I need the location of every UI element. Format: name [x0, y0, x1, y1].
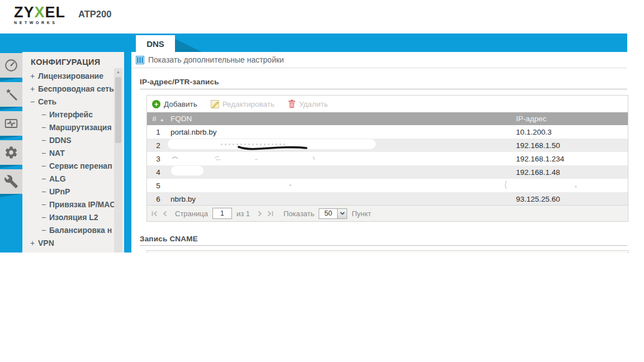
column-header-ip[interactable]: IP-адрес — [516, 115, 628, 123]
sidebar-scrollbar[interactable]: ▲ — [114, 68, 122, 253]
page-size-select[interactable]: 50 — [319, 208, 347, 219]
monitoring-icon[interactable] — [0, 111, 22, 136]
zyxel-logo: ZYXEL NETWORKS — [14, 5, 65, 25]
ptr-table-header: # FQDN IP-адрес — [147, 112, 628, 125]
delete-button[interactable]: Удалить — [288, 99, 328, 108]
prev-page-icon[interactable] — [162, 211, 168, 217]
edit-button[interactable]: Редактировать — [211, 100, 274, 108]
table-row[interactable]: 1 portal.nbrb.by 10.1.200.3 — [147, 125, 628, 139]
cname-section-underline — [140, 245, 627, 246]
table-row[interactable]: 4 192.168.1.48 — [147, 165, 628, 179]
top-nav-band — [0, 34, 627, 52]
ptr-toolbar: + Добавить Редактировать Удалить — [147, 96, 628, 112]
device-model-label: ATP200 — [78, 9, 111, 20]
table-row[interactable]: 2 192.168.1.50 — [147, 139, 628, 152]
table-row[interactable]: 3 192.168.1.234 — [147, 152, 628, 165]
configuration-gear-icon[interactable] — [0, 140, 22, 165]
table-row[interactable]: 6 nbrb.by 93.125.25.60 — [147, 192, 628, 206]
ptr-section-title: IP-адрес/PTR-запись — [140, 78, 219, 86]
edit-pencil-icon — [211, 100, 219, 108]
cname-table-panel — [146, 250, 628, 253]
brand-networks-label: NETWORKS — [14, 21, 65, 25]
sidebar-item-licensing[interactable]: +Лицензирование — [30, 70, 115, 83]
sidebar-right-strip — [124, 52, 131, 253]
pagination-bar: Страница из 1 Показать 50 Пункт — [147, 205, 628, 221]
add-plus-icon: + — [152, 100, 160, 108]
page-number-input[interactable] — [212, 208, 232, 219]
show-advanced-settings-label: Показать дополнительные настройки — [148, 55, 284, 64]
sidebar-item-alg[interactable]: −ALG — [41, 173, 115, 185]
chevron-down-icon — [338, 208, 347, 219]
sidebar-item-ip-mac-binding[interactable]: −Привязка IP/MAC — [41, 198, 115, 211]
dashboard-gauge-icon[interactable] — [0, 53, 22, 78]
page-size-value: 50 — [319, 208, 338, 219]
sidebar-item-upnp[interactable]: −UPnP — [41, 185, 115, 198]
show-advanced-settings-link[interactable]: Показать дополнительные настройки — [136, 55, 284, 64]
sidebar-item-routing[interactable]: −Маршрутизация — [41, 121, 115, 134]
sidebar-item-nat[interactable]: −NAT — [41, 147, 115, 160]
maintenance-tools-icon[interactable] — [0, 169, 22, 194]
last-page-icon[interactable] — [267, 211, 273, 217]
sidebar-item-l2-isolation[interactable]: −Изоляция L2 — [41, 211, 115, 224]
table-columns-icon — [136, 56, 144, 64]
table-row[interactable]: 5 — [147, 179, 628, 192]
scroll-up-icon[interactable]: ▲ — [114, 68, 122, 76]
trash-icon — [288, 99, 296, 108]
tab-dns[interactable]: DNS — [136, 35, 175, 52]
first-page-icon[interactable] — [151, 211, 158, 217]
configuration-sidebar: КОНФИГУРАЦИЯ +Лицензирование +Беспроводн… — [22, 52, 124, 253]
scrollbar-thumb[interactable] — [115, 77, 121, 143]
add-button[interactable]: + Добавить — [152, 100, 197, 108]
ptr-table-panel: + Добавить Редактировать Удалить — [146, 95, 628, 222]
column-header-num[interactable]: # — [147, 115, 169, 123]
setup-wizard-icon[interactable] — [0, 82, 22, 107]
left-icon-rail — [0, 52, 22, 253]
sidebar-item-service-redirect[interactable]: −Сервис перенап — [41, 160, 115, 173]
sidebar-item-wireless[interactable]: +Беспроводная сеть — [30, 83, 115, 96]
sidebar-item-network[interactable]: −Сеть — [30, 96, 115, 108]
unit-label: Пункт — [352, 209, 371, 218]
sidebar-menu: +Лицензирование +Беспроводная сеть −Сеть… — [30, 70, 115, 250]
content-divider — [131, 68, 627, 68]
page-label: Страница — [175, 209, 208, 218]
sidebar-item-vpn[interactable]: +VPN — [30, 237, 115, 250]
show-label: Показать — [283, 209, 314, 218]
page-of-label: из 1 — [236, 209, 250, 218]
ptr-section-underline — [140, 89, 627, 89]
sidebar-item-ddns[interactable]: −DDNS — [41, 134, 115, 147]
sidebar-item-interface[interactable]: −Интерфейс — [41, 108, 115, 121]
next-page-icon[interactable] — [257, 211, 263, 217]
column-header-fqdn[interactable]: FQDN — [169, 115, 516, 123]
brand-wordmark: ZYXEL — [14, 5, 65, 20]
cname-section-title: Запись CNAME — [140, 235, 198, 243]
zyxel-dns-page: ZYXEL NETWORKS ATP200 DNS — [0, 0, 644, 362]
sidebar-item-load-balancing[interactable]: −Балансировка н — [41, 224, 115, 237]
sidebar-title: КОНФИГУРАЦИЯ — [31, 58, 101, 66]
